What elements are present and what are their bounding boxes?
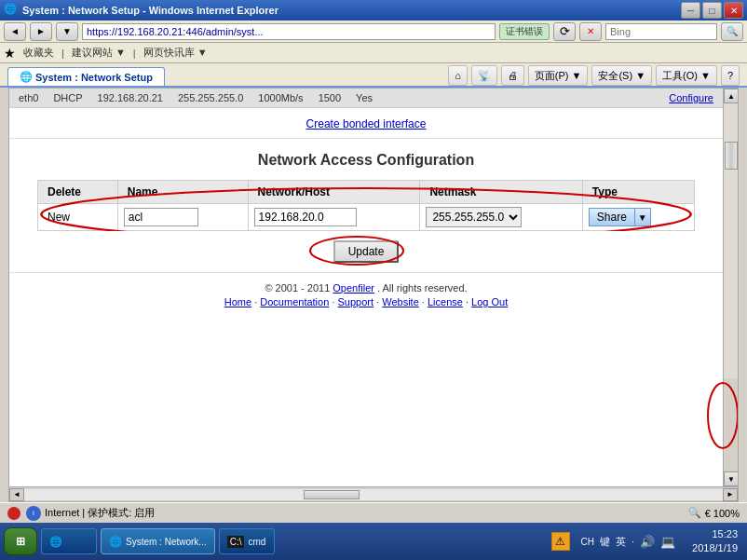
windows-logo: ⊞ [16, 535, 25, 548]
zoom-icon: 🔍 [688, 507, 701, 519]
h-scroll-right[interactable]: ► [723, 488, 738, 501]
h-scroll-thumb[interactable] [304, 490, 360, 499]
status-bar: i Internet | 保护模式: 启用 🔍 € 100% [0, 502, 747, 523]
back-button[interactable]: ◄ [4, 22, 26, 41]
taskbar-cmd-label: cmd [248, 537, 265, 547]
mtu-label: 1500 [319, 92, 341, 103]
right-edge [739, 88, 747, 502]
tray-kbd-icon: 键 [600, 535, 610, 549]
speed-label: 1000Mb/s [258, 92, 303, 103]
clock-date: 2018/1/19 [692, 541, 738, 555]
forward-button[interactable]: ► [30, 22, 52, 41]
bonded-link[interactable]: Create bonded interface [306, 117, 427, 130]
taskbar-browser-label: System : Network... [126, 537, 207, 547]
tab-icon: 🌐 [20, 71, 33, 83]
footer-docs-link[interactable]: Documentation [260, 296, 329, 307]
footer-license-link[interactable]: License [428, 296, 463, 307]
ip-label: 192.168.20.21 [98, 92, 163, 103]
footer-home-link[interactable]: Home [224, 296, 251, 307]
netmask-label: 255.255.255.0 [178, 92, 243, 103]
status-text: Internet | 保护模式: 启用 [45, 506, 155, 520]
title-text: System : Network Setup - Windows Interne… [22, 5, 681, 16]
header-row: Delete Name Network/Host Netmask Type [38, 181, 695, 204]
netmask-select[interactable]: 255.255.255.0 255.255.0.0 255.0.0.0 [426, 207, 522, 227]
print-button[interactable]: 🖨 [501, 65, 524, 86]
suggest-site-button[interactable]: 建议网站 ▼ [72, 46, 126, 60]
browser-content-wrapper: eth0 DHCP 192.168.20.21 255.255.255.0 10… [8, 88, 739, 502]
address-bar: ◄ ► ▼ 证书错误 ⟳ ✕ 🔍 [0, 20, 747, 43]
scroll-track [724, 103, 738, 378]
stop-button[interactable]: ✕ [579, 22, 602, 41]
taskbar-cmd-item[interactable]: C:\ cmd [219, 528, 275, 554]
dhcp-label: DHCP [53, 92, 82, 103]
nac-table: Delete Name Network/Host Netmask Type [37, 180, 695, 231]
share-button[interactable]: Share [589, 208, 635, 226]
page-content: eth0 DHCP 192.168.20.21 255.255.255.0 10… [9, 89, 723, 486]
footer: © 2001 - 2011 Openfiler . All rights res… [9, 272, 723, 317]
eth-info: eth0 DHCP 192.168.20.21 255.255.255.0 10… [19, 92, 373, 103]
tray-dot: · [632, 536, 634, 547]
tab-toolbar-area: 🌐 System : Network Setup ⌂ 📡 🖨 页面(P) ▼ 安… [0, 63, 747, 88]
start-button[interactable]: ⊞ [4, 527, 37, 555]
tray-input-icon: 英 [616, 535, 626, 549]
taskbar-browser-item[interactable]: 🌐 System : Network... [101, 528, 215, 554]
refresh-button[interactable]: ⟳ [553, 22, 576, 41]
h-scroll-left[interactable]: ◄ [9, 488, 24, 501]
tab-label: System : Network Setup [35, 72, 153, 83]
scroll-thumb[interactable] [725, 142, 738, 170]
cell-network [248, 204, 420, 231]
scroll-up-button[interactable]: ▲ [724, 89, 738, 103]
eth-row: eth0 DHCP 192.168.20.21 255.255.255.0 10… [9, 89, 723, 108]
left-edge [0, 88, 8, 502]
tray-network-icon[interactable]: 💻 [660, 535, 675, 549]
table-container: Delete Name Network/Host Netmask Type [37, 180, 695, 231]
minimize-button[interactable]: ─ [681, 2, 700, 19]
footer-website-link[interactable]: Website [382, 296, 419, 307]
browser-icon: 🌐 [4, 3, 19, 18]
favorites-toolbar: ★ 收藏夹 | 建议网站 ▼ | 网页快讯库 ▼ [0, 43, 747, 63]
rss-button[interactable]: 📡 [471, 65, 497, 86]
quick-links-button[interactable]: 网页快讯库 ▼ [143, 46, 208, 60]
tray-volume-icon[interactable]: 🔊 [640, 535, 655, 549]
close-button[interactable]: ✕ [724, 2, 743, 19]
favorites-label[interactable]: 收藏夹 [23, 46, 54, 60]
table-header: Delete Name Network/Host Netmask Type [38, 181, 695, 204]
update-button[interactable]: Update [333, 240, 400, 263]
cell-delete: New [38, 204, 118, 231]
nac-section: Network Access Configuration Delete Name… [9, 139, 723, 272]
safety-menu[interactable]: 安全(S) ▼ [591, 65, 652, 86]
ie-icon: 🌐 [49, 536, 62, 548]
nav-dropdown[interactable]: ▼ [56, 22, 78, 41]
notify-icon[interactable]: ⚠ [551, 532, 570, 551]
taskbar-cmd-icon: C:\ [227, 536, 245, 548]
col-delete: Delete [38, 181, 118, 204]
page-menu[interactable]: 页面(P) ▼ [528, 65, 589, 86]
clock-time: 15:23 [692, 527, 738, 541]
url-input[interactable] [82, 23, 496, 40]
network-input[interactable] [254, 208, 357, 226]
h-scroll-track [24, 489, 723, 500]
configure-link[interactable]: Configure [669, 92, 713, 103]
system-tray: CH 键 英 · 🔊 💻 [574, 535, 684, 549]
name-input[interactable] [124, 208, 198, 226]
footer-support-link[interactable]: Support [338, 296, 374, 307]
col-type: Type [582, 181, 694, 204]
system-clock[interactable]: 15:23 2018/1/19 [686, 527, 743, 556]
update-section: Update [37, 231, 695, 272]
maximize-button[interactable]: □ [702, 2, 722, 19]
search-button[interactable]: 🔍 [721, 22, 743, 41]
tools-menu[interactable]: 工具(O) ▼ [656, 65, 717, 86]
type-control: Share ▼ [589, 208, 688, 226]
window-controls: ─ □ ✕ [681, 2, 743, 19]
type-dropdown[interactable]: ▼ [635, 208, 651, 226]
home-button[interactable]: ⌂ [448, 65, 468, 86]
content-area: eth0 DHCP 192.168.20.21 255.255.255.0 10… [0, 88, 747, 502]
search-input[interactable] [605, 23, 717, 40]
taskbar-ie-icon[interactable]: 🌐 [41, 528, 97, 554]
help-button[interactable]: ? [721, 65, 740, 86]
scroll-down-button[interactable]: ▼ [724, 471, 738, 486]
main-tab[interactable]: 🌐 System : Network Setup [7, 67, 165, 86]
footer-logout-link[interactable]: Log Out [471, 296, 508, 307]
openfiler-link[interactable]: Openfiler [333, 282, 374, 294]
content-and-scrollbar: eth0 DHCP 192.168.20.21 255.255.255.0 10… [9, 89, 738, 486]
